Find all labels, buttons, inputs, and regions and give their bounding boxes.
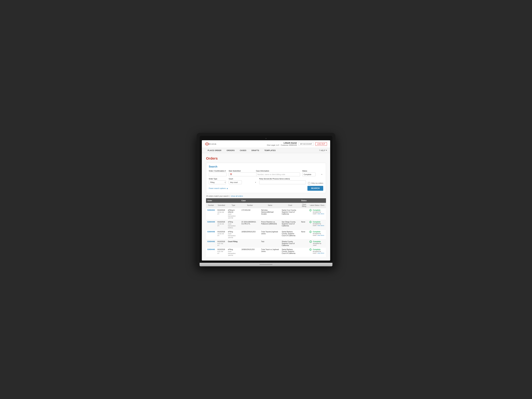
case-info-group: Case Information bbox=[256, 170, 300, 176]
fewer-search-options-link[interactable]: Fewer search options ▲ bbox=[209, 187, 228, 189]
complete-check-icon: ✓ bbox=[310, 231, 311, 233]
order-type: Court Filing bbox=[227, 239, 240, 247]
complete-check-icon: ✓ bbox=[310, 221, 311, 223]
status-sub: accepted by court bbox=[313, 242, 325, 246]
order-submitted: 9/10/201810:33 AM PT bbox=[216, 220, 227, 230]
only-my-orders-row: Only my orders bbox=[308, 182, 323, 184]
party-served-label: Party Served (for Process Serve orders) bbox=[259, 178, 306, 180]
help-button[interactable]: ? HELP ▾ bbox=[319, 149, 327, 151]
col-court: Court bbox=[280, 203, 300, 208]
log-out-button[interactable]: LOG OUT bbox=[315, 142, 327, 146]
date-submitted-group: Date Submitted 📅 09/09/2018 - 09/11/2018 bbox=[229, 170, 254, 176]
nav-cases[interactable]: CASES bbox=[237, 148, 249, 153]
my-orders-label bbox=[308, 179, 323, 181]
calendar-icon: 📅 bbox=[230, 173, 232, 175]
order-link-53004454[interactable]: 53004454 bbox=[207, 209, 215, 211]
show-all-orders-link[interactable]: show all orders bbox=[231, 195, 243, 197]
case-name: Trula Twyst vs Jughead Jones bbox=[260, 247, 280, 257]
my-account-button[interactable]: MY ACCOUNT bbox=[298, 142, 314, 146]
col-case-name: Name bbox=[260, 203, 280, 208]
search-row-1: Order / Confirmation # Date Submitted 📅 … bbox=[209, 170, 323, 176]
status-sub: accepted by court / view docs bbox=[313, 233, 325, 236]
user-info: Lilibeth Daniel One Legal, LLC · Custome… bbox=[267, 142, 297, 146]
status-select[interactable]: Complete Pending All bbox=[302, 172, 316, 176]
order-court: Santa Barbara County, Superior Court of … bbox=[280, 230, 300, 239]
results-count: 19 orders match your search bbox=[206, 195, 228, 197]
order-status: ✓ Complete accepted by court / view docs bbox=[308, 247, 326, 257]
order-link-53004440[interactable]: 53004440 bbox=[207, 248, 215, 250]
case-number: 18SBUD09101253 bbox=[240, 230, 260, 239]
court-group: Court Any court ▾ bbox=[229, 178, 257, 184]
user-org: One Legal, LLC · Customer #0000100 bbox=[267, 144, 297, 146]
status-sub: accepted by court / view docs bbox=[313, 223, 325, 226]
order-confirmation-label: Order / Confirmation # bbox=[209, 170, 227, 172]
order-type-select-wrapper: Filing Process Serve Court Retrieve ▾ bbox=[209, 180, 227, 184]
laptop-frame: NE LEGAL Lilibeth Daniel One Legal, LLC … bbox=[197, 133, 335, 266]
client-billing bbox=[300, 239, 308, 247]
case-info-input[interactable] bbox=[256, 172, 300, 176]
col-case-number: Number bbox=[240, 203, 260, 208]
one-legal-logo: NE LEGAL bbox=[205, 142, 220, 146]
table-sub-header-row: Number Submitted Type Number Name Court … bbox=[206, 203, 326, 208]
order-type: eFilingcourt transaction: 104705 bbox=[227, 230, 240, 239]
court-select-wrapper: Any court ▾ bbox=[229, 180, 257, 184]
case-info-label: Case Information bbox=[256, 170, 300, 172]
order-link-53004446[interactable]: 53004446 bbox=[207, 241, 215, 242]
order-type-select[interactable]: Filing Process Serve Court Retrieve bbox=[209, 180, 226, 184]
complete-check-icon: ✓ bbox=[310, 248, 311, 251]
only-my-orders-checkbox[interactable] bbox=[308, 182, 310, 184]
table-row: 53004446 9/10/20189:57 AM PT Court Filin… bbox=[206, 239, 326, 247]
app-header: NE LEGAL Lilibeth Daniel One Legal, LLC … bbox=[202, 140, 330, 148]
party-served-input[interactable] bbox=[259, 180, 306, 184]
order-status: ✓ Complete accepted by court / view docs bbox=[308, 220, 326, 230]
order-confirmation-input[interactable] bbox=[209, 172, 227, 176]
nav-place-order[interactable]: PLACE ORDER bbox=[205, 148, 224, 153]
search-box: Search Order / Confirmation # Date Submi… bbox=[206, 163, 326, 193]
order-type-label: Order Type bbox=[209, 178, 227, 180]
order-status: ✓ Complete accepted by court / view docs bbox=[308, 230, 326, 239]
status-group: Status Complete Pending All ▾ bbox=[302, 170, 323, 176]
help-label: HELP bbox=[321, 149, 325, 151]
order-submitted: 9/10/201810:54 AM PT bbox=[216, 208, 227, 220]
court-select[interactable]: Any court bbox=[229, 180, 242, 184]
complete-check-icon: ✓ bbox=[310, 209, 311, 211]
date-submitted-input[interactable]: 09/09/2018 - 09/11/2018 bbox=[229, 172, 256, 176]
table-row: 53004454 9/10/201810:54 AM PT eFiling & … bbox=[206, 208, 326, 220]
date-submitted-label: Date Submitted bbox=[229, 170, 254, 172]
help-chevron-icon: ▾ bbox=[326, 149, 327, 151]
view-docs-link[interactable]: view docs bbox=[317, 213, 324, 215]
case-column-header: Case bbox=[240, 198, 300, 203]
view-docs-link[interactable]: view docs bbox=[317, 252, 324, 254]
court-arrow-icon: ▾ bbox=[255, 182, 256, 183]
case-number: 17CV01218 bbox=[240, 208, 260, 220]
screen-bezel: NE LEGAL Lilibeth Daniel One Legal, LLC … bbox=[200, 136, 332, 263]
table-row: 53004448 9/10/201810:04 AM PT eFilingcou… bbox=[206, 230, 326, 239]
client-billing bbox=[300, 247, 308, 257]
logo-area: NE LEGAL bbox=[205, 142, 220, 146]
order-link-53004449[interactable]: 53004449 bbox=[207, 221, 215, 223]
screen: NE LEGAL Lilibeth Daniel One Legal, LLC … bbox=[202, 140, 330, 260]
order-confirmation-group: Order / Confirmation # bbox=[209, 170, 227, 176]
search-button[interactable]: SEARCH bbox=[307, 186, 323, 191]
trackpad-notch bbox=[260, 264, 272, 265]
table-row: 53004449 9/10/201810:33 AM PT eFilingcou… bbox=[206, 220, 326, 230]
col-number: Number bbox=[206, 203, 216, 208]
my-orders-group: Only my orders bbox=[308, 179, 323, 184]
help-icon: ? bbox=[319, 149, 320, 151]
case-name: Ponce Ramirez vs Pallavicini [IMAGED] bbox=[260, 220, 280, 230]
status-sub: accepted by court / view docs bbox=[313, 250, 325, 254]
order-link-53004448[interactable]: 53004448 bbox=[207, 231, 215, 233]
results-info: 19 orders match your search | show all o… bbox=[206, 195, 326, 197]
view-docs-link[interactable]: view docs bbox=[317, 234, 324, 236]
nav-templates[interactable]: TEMPLATES bbox=[262, 148, 278, 153]
table-main-header-row: Order Case Status bbox=[206, 198, 326, 203]
search-section-title: Search bbox=[209, 165, 323, 168]
status-label: Complete bbox=[313, 241, 325, 242]
nav-drafts[interactable]: DRAFTS bbox=[249, 148, 262, 153]
nav-orders[interactable]: ORDERS bbox=[224, 148, 237, 153]
order-court: San Diego County, Superior Court of Cali… bbox=[280, 220, 300, 230]
laptop-base bbox=[200, 263, 332, 266]
search-actions-row: Fewer search options ▲ SEARCH bbox=[209, 186, 323, 191]
view-docs-link[interactable]: view docs bbox=[317, 225, 324, 226]
col-type: Type bbox=[227, 203, 240, 208]
